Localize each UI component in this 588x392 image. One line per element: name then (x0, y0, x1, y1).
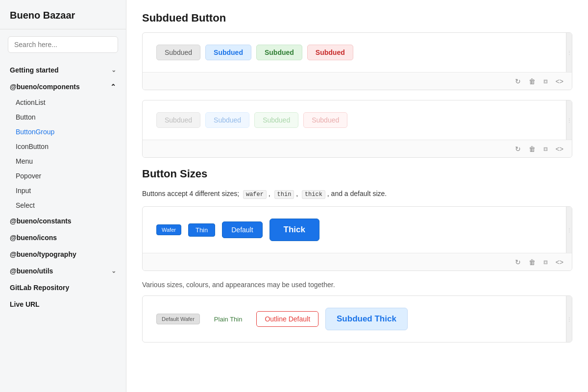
main-content: Subdued Button Subdued Subdued Subdued S… (126, 0, 588, 392)
drag-handle-2[interactable]: ⋮ (566, 100, 572, 140)
subdued-blue-btn[interactable]: Subdued (205, 45, 251, 60)
sidebar-item-label: @bueno/components (10, 83, 80, 91)
subdued-blue-faded-btn[interactable]: Subdued (205, 112, 249, 128)
demo-content-2: Subdued Subdued Subdued Subdued ⋮ (143, 100, 572, 140)
drag-handle-3[interactable]: ⋮ (566, 207, 572, 253)
wafer-btn[interactable]: Wafer (156, 224, 181, 235)
app-logo: Bueno Bazaar (0, 0, 126, 29)
chevron-down-icon: ⌄ (111, 268, 116, 274)
drag-dots-icon: ⋮ (567, 118, 571, 123)
sidebar-item-action-list[interactable]: ActionList (0, 95, 126, 110)
refresh-button-3[interactable]: ↻ (513, 257, 523, 268)
refresh-button[interactable]: ↻ (513, 76, 523, 87)
subdued-default-faded-btn[interactable]: Subdued (156, 112, 200, 128)
thin-btn[interactable]: Thin (188, 223, 215, 237)
sidebar-item-menu[interactable]: Menu (0, 154, 126, 169)
demo-box-sizes: Wafer Thin Default Thick ⋮ ↻ 🗑 ⧈ <> (142, 206, 572, 271)
drag-handle-4[interactable]: ⋮ (566, 296, 572, 342)
subdued-red-btn[interactable]: Subdued (307, 45, 353, 60)
chevron-up-icon: ⌃ (110, 83, 116, 91)
drag-dots-icon: ⋮ (567, 317, 571, 322)
subdued-green-faded-btn[interactable]: Subdued (254, 112, 298, 128)
sidebar-item-input[interactable]: Input (0, 183, 126, 198)
code-wafer: wafer (243, 190, 267, 199)
sidebar-item-icon-button[interactable]: IconButton (0, 139, 126, 154)
sidebar-nav: Getting started ⌄ @bueno/components ⌃ Ac… (0, 60, 126, 392)
sidebar-item-getting-started[interactable]: Getting started ⌄ (0, 62, 126, 78)
sidebar-item-select[interactable]: Select (0, 198, 126, 213)
refresh-button-2[interactable]: ↻ (513, 144, 523, 154)
sidebar-item-bueno-typography[interactable]: @bueno/typography (0, 246, 126, 263)
sidebar-item-bueno-utils[interactable]: @bueno/utils ⌄ (0, 263, 126, 279)
note-text: Various sizes, colours, and appearances … (142, 281, 572, 289)
default-btn[interactable]: Default (222, 221, 262, 238)
button-sizes-description: Buttons accept 4 different sizes; wafer … (142, 188, 572, 199)
default-wafer-btn[interactable]: Default Wafer (156, 314, 200, 324)
demo-box-subdued-2: Subdued Subdued Subdued Subdued ⋮ ↻ 🗑 ⧈ … (142, 100, 572, 158)
subdued-button-title: Subdued Button (142, 12, 572, 24)
demo-content-1: Subdued Subdued Subdued Subdued ⋮ (143, 33, 572, 72)
chevron-down-icon: ⌄ (111, 67, 116, 74)
code-thick: thick (302, 190, 325, 199)
sidebar-item-popover[interactable]: Popover (0, 169, 126, 183)
outline-default-btn[interactable]: Outline Default (256, 311, 318, 327)
subdued-red-faded-btn[interactable]: Subdued (303, 112, 347, 128)
sidebar: Bueno Bazaar Getting started ⌄ @bueno/co… (0, 0, 126, 392)
expand-button[interactable]: ⧈ (541, 75, 550, 87)
button-sizes-title: Button Sizes (142, 168, 572, 180)
demo-box-subdued-1: Subdued Subdued Subdued Subdued ⋮ ↻ 🗑 ⧈ … (142, 32, 572, 90)
drag-handle[interactable]: ⋮ (566, 33, 572, 72)
code-button[interactable]: <> (553, 76, 566, 87)
expand-button-3[interactable]: ⧈ (541, 256, 550, 268)
demo-toolbar-2: ↻ 🗑 ⧈ <> (143, 140, 572, 157)
demo-box-mixed: Default Wafer Plain Thin Outline Default… (142, 295, 572, 343)
sidebar-item-button[interactable]: Button (0, 110, 126, 124)
drag-dots-icon: ⋮ (567, 50, 571, 55)
sidebar-item-button-group[interactable]: ButtonGroup (0, 124, 126, 139)
delete-button-2[interactable]: 🗑 (526, 144, 538, 154)
code-thin: thin (274, 190, 294, 199)
sidebar-item-label: Getting started (10, 66, 59, 74)
sidebar-item-bueno-icons[interactable]: @bueno/icons (0, 229, 126, 246)
sidebar-item-gitlab[interactable]: GitLab Repository (0, 279, 126, 296)
demo-toolbar-3: ↻ 🗑 ⧈ <> (143, 253, 572, 270)
subdued-default-btn[interactable]: Subdued (156, 45, 200, 60)
expand-button-2[interactable]: ⧈ (541, 143, 550, 154)
delete-button[interactable]: 🗑 (526, 76, 538, 87)
thick-btn[interactable]: Thick (270, 219, 319, 241)
code-button-3[interactable]: <> (553, 257, 566, 268)
search-input[interactable] (8, 36, 118, 53)
sidebar-item-bueno-components[interactable]: @bueno/components ⌃ (0, 78, 126, 95)
sidebar-item-bueno-constants[interactable]: @bueno/constants (0, 213, 126, 229)
demo-content-4: Default Wafer Plain Thin Outline Default… (143, 296, 572, 342)
plain-thin-btn[interactable]: Plain Thin (207, 313, 250, 326)
sidebar-item-label: @bueno/utils (10, 267, 53, 275)
demo-content-3: Wafer Thin Default Thick ⋮ (143, 207, 572, 253)
drag-dots-icon: ⋮ (567, 227, 571, 233)
sidebar-item-live-url[interactable]: Live URL (0, 296, 126, 313)
demo-toolbar-1: ↻ 🗑 ⧈ <> (143, 72, 572, 90)
code-button-2[interactable]: <> (553, 144, 566, 154)
delete-button-3[interactable]: 🗑 (526, 257, 538, 268)
subdued-thick-btn[interactable]: Subdued Thick (325, 308, 408, 330)
subdued-green-btn[interactable]: Subdued (256, 45, 302, 60)
